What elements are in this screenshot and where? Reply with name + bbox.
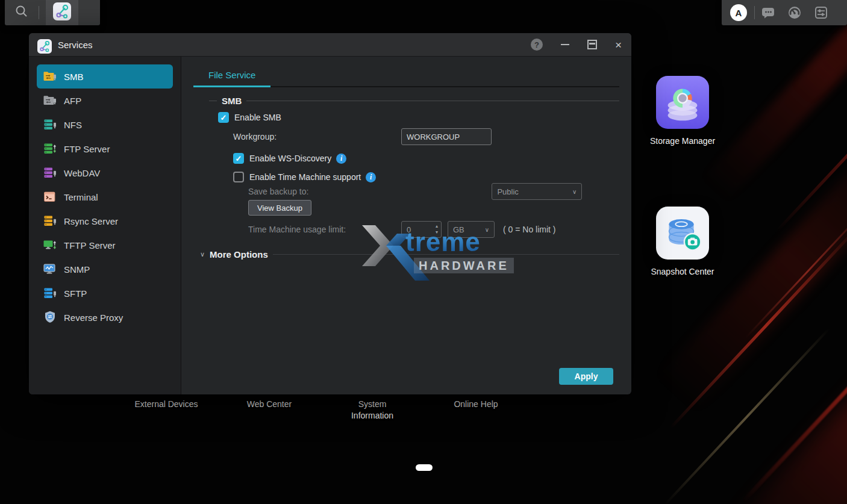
help-icon[interactable]: ? <box>531 39 543 51</box>
tab-bar: File Service <box>193 57 619 87</box>
sidebar-item-snmp[interactable]: SNMP <box>37 257 173 281</box>
stack-amber-icon <box>43 214 57 228</box>
chevron-down-icon: ∨ <box>200 250 205 258</box>
desktop-icon-label: Snapshot Center <box>634 267 731 276</box>
topbar-divider <box>754 6 755 19</box>
sidebar-item-label: Reverse Proxy <box>64 313 123 323</box>
sidebar-item-ftp-server[interactable]: FTP Server <box>37 137 173 161</box>
sidebar-item-label: Rsync Server <box>64 216 118 226</box>
sidebar-item-nfs[interactable]: NFS <box>37 113 173 137</box>
usage-limit-unit: GB <box>453 225 464 234</box>
desktop: A Services ? × SMBAFPNFSFTP ServerWebDAV… <box>0 0 847 504</box>
stack-teal-icon <box>43 117 57 132</box>
topbar-right: A <box>722 0 847 25</box>
info-icon[interactable]: i <box>366 172 376 182</box>
desktop-shortcut-web-center[interactable]: Web Center <box>218 399 320 410</box>
desktop-shortcut-external-devices[interactable]: External Devices <box>115 399 217 410</box>
view-backup-button[interactable]: View Backup <box>248 200 311 216</box>
search-button[interactable] <box>5 0 39 25</box>
services-icon <box>37 37 52 52</box>
sidebar-item-label: AFP <box>64 96 81 106</box>
workgroup-label: Workgroup: <box>233 132 277 142</box>
control-panel-button[interactable] <box>814 5 828 20</box>
desktop-icon-storage-manager[interactable]: Storage Manager <box>634 76 731 146</box>
stack-blue-icon <box>43 286 57 300</box>
monitor-green-arrows-icon <box>43 238 57 252</box>
sidebar-item-smb[interactable]: SMB <box>37 64 173 89</box>
usage-limit-label: Time Machine usage limit: <box>248 225 346 234</box>
sidebar-item-label: WebDAV <box>64 168 100 178</box>
window-title: Services <box>58 40 93 50</box>
time-machine-checkbox[interactable] <box>233 172 244 182</box>
dashboard-button[interactable] <box>787 5 802 20</box>
sidebar-item-label: SMB <box>64 72 84 82</box>
gauge-icon <box>787 5 802 20</box>
shield-icon <box>43 310 57 325</box>
desktop-shortcut-system-information[interactable]: System Information <box>341 399 404 422</box>
main-panel: File Service SMB ✓ Enable SMB Workgroup: <box>181 57 631 394</box>
usage-limit-input[interactable]: 0 ▴▾ <box>401 221 442 238</box>
workgroup-input[interactable] <box>401 128 492 145</box>
chevron-down-icon: ∨ <box>572 188 577 195</box>
stack-green-arrows-icon <box>43 142 57 156</box>
home-indicator[interactable] <box>416 464 433 471</box>
sidebar-item-rsync-server[interactable]: Rsync Server <box>37 209 173 233</box>
folder-gray-icon <box>43 93 57 108</box>
section-title: SMB <box>222 96 242 106</box>
sliders-icon <box>814 5 828 20</box>
chevron-down-icon: ∨ <box>485 226 489 233</box>
save-backup-label: Save backup to: <box>248 187 308 196</box>
chat-icon <box>761 5 775 20</box>
usage-limit-hint: ( 0 = No limit ) <box>503 225 556 234</box>
time-machine-label: Enable Time Machine support <box>249 172 361 182</box>
snapshot-center-icon <box>656 207 709 260</box>
desktop-shortcut-online-help[interactable]: Online Help <box>425 399 527 410</box>
sidebar-item-afp[interactable]: AFP <box>37 89 173 113</box>
section-header: SMB <box>209 95 619 106</box>
sidebar-item-terminal[interactable]: Terminal <box>37 185 173 209</box>
save-backup-select[interactable]: Public ∨ <box>492 183 582 200</box>
save-backup-value: Public <box>497 187 518 196</box>
sidebar-item-label: FTP Server <box>64 144 110 154</box>
minimize-icon[interactable] <box>561 44 569 45</box>
services-window: Services ? × SMBAFPNFSFTP ServerWebDAVTe… <box>29 33 631 394</box>
enable-smb-checkbox[interactable]: ✓ <box>218 112 229 123</box>
ws-discovery-checkbox[interactable]: ✓ <box>233 153 244 164</box>
sidebar-item-label: NFS <box>64 120 82 130</box>
user-avatar[interactable]: A <box>730 4 747 21</box>
tab-file-service[interactable]: File Service <box>193 60 270 86</box>
sidebar-item-webdav[interactable]: WebDAV <box>37 161 173 185</box>
sidebar-item-label: SFTP <box>64 288 87 299</box>
sidebar-item-sftp[interactable]: SFTP <box>37 281 173 305</box>
terminal-icon <box>43 190 57 204</box>
usage-limit-unit-select[interactable]: GB ∨ <box>448 221 495 238</box>
topbar-left <box>5 0 100 25</box>
desktop-icon-label: Storage Manager <box>634 136 731 146</box>
sidebar-item-label: SNMP <box>64 264 90 275</box>
storage-manager-icon <box>656 76 709 129</box>
sidebar-item-label: TFTP Server <box>64 240 116 250</box>
monitor-blue-icon <box>43 262 57 276</box>
usage-limit-value: 0 <box>407 225 411 234</box>
info-icon[interactable]: i <box>336 154 346 164</box>
taskbar-app-services[interactable] <box>46 0 78 25</box>
notifications-button[interactable] <box>761 5 775 20</box>
desktop-icon-snapshot-center[interactable]: Snapshot Center <box>634 207 731 276</box>
ws-discovery-label: Enable WS-Discovery <box>249 154 331 163</box>
stack-purple-icon <box>43 166 57 180</box>
apply-button[interactable]: Apply <box>559 368 613 385</box>
maximize-icon[interactable] <box>587 40 597 49</box>
sidebar-item-tftp-server[interactable]: TFTP Server <box>37 233 173 257</box>
titlebar: Services ? × <box>29 33 631 57</box>
sidebar-item-reverse-proxy[interactable]: Reverse Proxy <box>37 305 173 329</box>
topbar-divider <box>39 6 39 19</box>
folder-yellow-icon <box>43 69 57 84</box>
spinner-icon[interactable]: ▴▾ <box>436 223 438 235</box>
search-icon <box>14 4 30 22</box>
more-options-toggle[interactable]: ∨ More Options <box>200 248 619 260</box>
sidebar-item-label: Terminal <box>64 192 98 202</box>
close-icon[interactable]: × <box>615 39 622 51</box>
enable-smb-label: Enable SMB <box>234 113 281 122</box>
more-options-label: More Options <box>210 249 268 260</box>
services-icon <box>53 2 71 23</box>
